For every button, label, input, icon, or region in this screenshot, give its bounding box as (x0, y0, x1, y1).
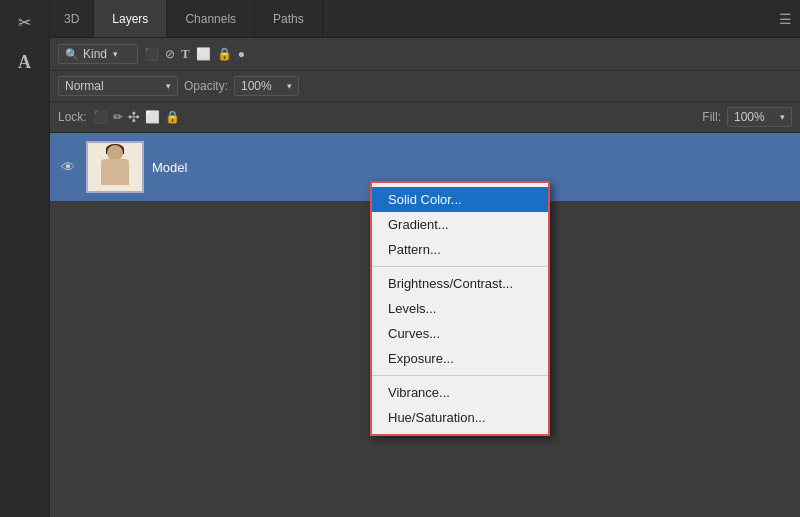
fill-chevron: ▾ (780, 112, 785, 122)
menu-item-vibrance[interactable]: Vibrance... (372, 380, 548, 405)
kind-row: 🔍 Kind ▾ ⬛ ⊘ T ⬜ 🔒 ● (50, 38, 800, 71)
opacity-chevron: ▾ (287, 81, 292, 91)
type-tool-icon[interactable]: A (11, 48, 39, 76)
kind-adjustment-icon[interactable]: ⊘ (165, 47, 175, 61)
layer-name-model: Model (152, 160, 187, 175)
kind-type-icon[interactable]: T (181, 46, 190, 62)
layer-thumbnail (86, 141, 144, 193)
menu-item-gradient[interactable]: Gradient... (372, 212, 548, 237)
panel-menu-icon[interactable]: ☰ (779, 11, 792, 27)
layer-list: 👁 Model Solid Color... Gradient... Patte… (50, 133, 800, 517)
layer-visibility-icon[interactable]: 👁 (58, 159, 78, 175)
kind-pixel-icon[interactable]: ⬛ (144, 47, 159, 61)
kind-fill-icon[interactable]: ● (238, 47, 245, 61)
fill-value: 100% (734, 110, 765, 124)
lock-all-icon[interactable]: 🔒 (165, 110, 180, 124)
menu-item-pattern[interactable]: Pattern... (372, 237, 548, 262)
menu-item-exposure[interactable]: Exposure... (372, 346, 548, 371)
menu-item-curves[interactable]: Curves... (372, 321, 548, 346)
opacity-select[interactable]: 100% ▾ (234, 76, 299, 96)
blend-mode-select[interactable]: Normal ▾ (58, 76, 178, 96)
menu-item-levels[interactable]: Levels... (372, 296, 548, 321)
menu-separator-1 (372, 266, 548, 267)
cut-tool-icon[interactable]: ✂ (11, 8, 39, 36)
menu-item-hue-saturation[interactable]: Hue/Saturation... (372, 405, 548, 430)
kind-shape-icon[interactable]: ⬜ (196, 47, 211, 61)
lock-artboard-icon[interactable]: ⬜ (145, 110, 160, 124)
layers-panel: 🔍 Kind ▾ ⬛ ⊘ T ⬜ 🔒 ● Normal ▾ Opacity: 1… (50, 38, 800, 517)
figure-body (101, 159, 129, 185)
thumb-figure (95, 143, 135, 191)
lock-row: Lock: ⬛ ✏ ✣ ⬜ 🔒 Fill: 100% ▾ (50, 102, 800, 133)
tab-bar: 3D Layers Channels Paths ☰ (50, 0, 800, 38)
menu-item-solid-color[interactable]: Solid Color... (372, 187, 548, 212)
context-menu: Solid Color... Gradient... Pattern... Br… (370, 181, 550, 436)
opacity-label: Opacity: (184, 79, 228, 93)
kind-smart-icon[interactable]: 🔒 (217, 47, 232, 61)
opacity-value: 100% (241, 79, 272, 93)
main-panel: 3D Layers Channels Paths ☰ 🔍 Kind ▾ ⬛ ⊘ … (50, 0, 800, 517)
kind-select-label: Kind (83, 47, 107, 61)
kind-select[interactable]: 🔍 Kind ▾ (58, 44, 138, 64)
lock-position-icon[interactable]: ✣ (128, 109, 140, 125)
tab-channels[interactable]: Channels (167, 0, 255, 37)
fill-select[interactable]: 100% ▾ (727, 107, 792, 127)
lock-label: Lock: (58, 110, 87, 124)
blend-row: Normal ▾ Opacity: 100% ▾ (50, 71, 800, 102)
lock-transparency-icon[interactable]: ⬛ (93, 110, 108, 124)
left-toolbar: ✂ A (0, 0, 50, 517)
tab-3d[interactable]: 3D (50, 0, 94, 37)
tab-paths[interactable]: Paths (255, 0, 323, 37)
lock-icons: ⬛ ✏ ✣ ⬜ 🔒 (93, 109, 180, 125)
blend-mode-label: Normal (65, 79, 104, 93)
fill-label: Fill: (702, 110, 721, 124)
tab-layers[interactable]: Layers (94, 0, 167, 37)
lock-image-icon[interactable]: ✏ (113, 110, 123, 124)
kind-chevron-icon: ▾ (113, 49, 118, 59)
menu-separator-2 (372, 375, 548, 376)
menu-item-brightness-contrast[interactable]: Brightness/Contrast... (372, 271, 548, 296)
search-icon: 🔍 (65, 48, 79, 61)
kind-filter-icons: ⬛ ⊘ T ⬜ 🔒 ● (144, 46, 245, 62)
blend-mode-chevron: ▾ (166, 81, 171, 91)
